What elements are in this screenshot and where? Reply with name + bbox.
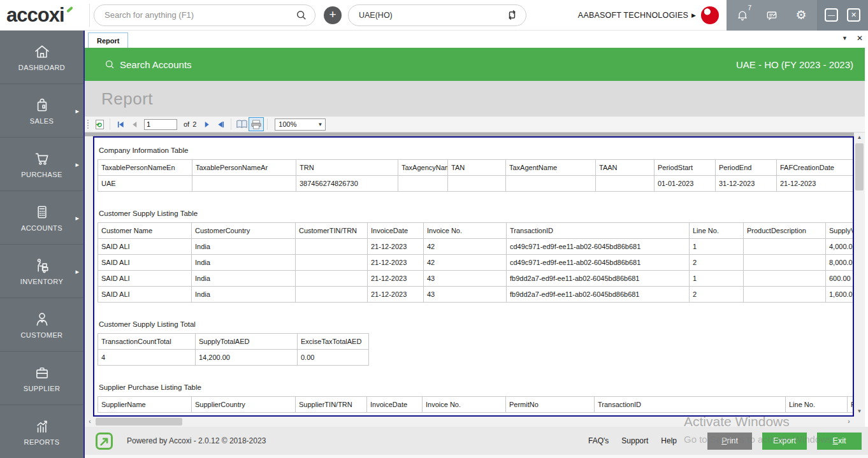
table-cell: 600.00 <box>826 271 855 287</box>
table-cell: 1 <box>690 239 744 255</box>
column-header: TRN <box>296 160 398 176</box>
column-header: ProductDescription <box>848 397 855 413</box>
horizontal-scrollbar[interactable]: ‹ › <box>85 417 854 427</box>
tab-close-icon[interactable]: ✕ <box>857 34 863 43</box>
page-number-input[interactable] <box>144 119 177 130</box>
notification-count-badge: 7 <box>748 4 751 11</box>
search-input[interactable] <box>105 10 296 20</box>
print-layout-icon[interactable] <box>249 117 264 131</box>
table-cell: 4,000.00 <box>826 239 855 255</box>
table-cell: UAE <box>98 176 192 192</box>
report-toolbar: ⟲ of 2 <box>85 117 865 132</box>
page-layout-icon[interactable] <box>235 118 249 131</box>
switch-company-icon[interactable] <box>506 9 518 21</box>
vertical-scrollbar[interactable]: ▲ ▼ <box>854 132 865 417</box>
sidebar-item-dashboard[interactable]: DASHBOARD <box>0 31 83 84</box>
notifications-bell-icon[interactable]: 7 <box>735 8 749 22</box>
column-header: Invoice No. <box>423 397 506 413</box>
horizontal-scroll-thumb[interactable] <box>96 418 182 426</box>
tab-report[interactable]: Report <box>88 32 128 48</box>
messages-icon[interactable] <box>765 8 779 22</box>
organization-name[interactable]: AABASOFT TECHNOLOGIES <box>578 11 688 20</box>
refresh-report-icon[interactable]: ⟲ <box>92 118 106 131</box>
table-row: 414,200.000.00 <box>98 350 369 366</box>
scroll-right-icon[interactable]: › <box>844 417 854 427</box>
first-page-icon[interactable] <box>113 118 127 131</box>
table-row: SAID ALIIndia21-12-202343fb9dd2a7-ed9f-e… <box>98 287 855 303</box>
global-search[interactable] <box>94 4 315 26</box>
inventory-trolley-icon <box>33 257 52 275</box>
sidebar-item-supplier[interactable]: SUPPLIER <box>0 352 83 405</box>
export-button[interactable]: Export <box>762 433 807 450</box>
table-cell: 4 <box>98 350 196 366</box>
table-cell: India <box>192 255 296 271</box>
report-section-title: Company Information Table <box>99 147 854 154</box>
table-cell <box>296 271 368 287</box>
table-cell: 8,000.00 <box>826 255 855 271</box>
column-header: TaxablePersonNameEn <box>98 160 192 176</box>
table-row: SAID ALIIndia21-12-202342cd49c971-ed9f-e… <box>98 255 855 271</box>
close-icon[interactable]: ✕ <box>847 8 860 22</box>
print-button[interactable]: Print <box>707 433 752 450</box>
search-accounts-button[interactable]: Search Accounts <box>105 59 192 70</box>
table-cell: SAID ALI <box>98 287 192 303</box>
column-header: PeriodEnd <box>716 160 777 176</box>
table-cell: 1 <box>690 271 744 287</box>
exit-button[interactable]: Exit <box>817 433 862 450</box>
column-header: TaxAgencyName <box>398 160 448 176</box>
bar-chart-icon <box>33 417 52 435</box>
footer-link-support[interactable]: Support <box>621 436 648 445</box>
zoom-select[interactable]: 100% ▼ <box>275 118 326 131</box>
table-cell: 387456274826730 <box>296 176 398 192</box>
calculator-icon <box>33 203 52 221</box>
cart-icon <box>33 150 52 168</box>
table-cell: 2 <box>690 287 744 303</box>
add-new-button[interactable]: + <box>324 6 342 24</box>
tab-list-dropdown-icon[interactable]: ▼ <box>842 35 848 41</box>
table-cell: 31-12-2023 <box>716 176 777 192</box>
scroll-left-icon[interactable]: ‹ <box>85 417 95 427</box>
column-header: TAAN <box>596 160 655 176</box>
vertical-scroll-thumb[interactable] <box>855 143 864 190</box>
last-page-icon[interactable] <box>213 118 228 131</box>
settings-gear-icon[interactable]: ⚙ <box>794 8 808 22</box>
column-header: TransactionID <box>507 223 690 239</box>
report-section-title: Customer Supply Listing Table <box>99 210 854 217</box>
next-page-icon[interactable] <box>199 118 213 131</box>
person-icon <box>33 310 52 328</box>
previous-page-icon[interactable] <box>127 118 141 131</box>
search-icon <box>296 10 307 21</box>
table-cell <box>448 176 506 192</box>
table-cell: 1,600.00 <box>826 287 855 303</box>
sidebar-item-customer[interactable]: CUSTOMER <box>0 298 83 352</box>
sidebar-item-accounts[interactable]: ACCOUNTS▸ <box>0 191 83 245</box>
scroll-down-icon[interactable]: ▼ <box>854 406 865 417</box>
footer-link-help[interactable]: Help <box>661 436 677 445</box>
user-avatar[interactable] <box>701 6 719 24</box>
sidebar-item-label: ACCOUNTS <box>21 224 62 232</box>
sidebar-item-sales[interactable]: SALES▸ <box>0 84 83 138</box>
column-header: CustomerCountry <box>192 223 296 239</box>
sidebar-item-label: REPORTS <box>24 438 60 446</box>
table-cell: India <box>192 271 296 287</box>
table-row: SAID ALIIndia21-12-202342cd49c971-ed9f-e… <box>98 239 855 255</box>
chevron-right-icon: ▸ <box>75 213 79 222</box>
column-header: CustomerTIN/TRN <box>296 223 368 239</box>
search-icon <box>105 59 115 70</box>
scroll-up-icon[interactable]: ▲ <box>854 132 865 143</box>
minimize-icon[interactable]: — <box>825 8 838 22</box>
column-header: InvoiceDate <box>367 397 423 413</box>
company-selector-value: UAE(HO) <box>359 11 506 20</box>
sidebar-item-label: PURCHASE <box>21 171 62 178</box>
sidebar-item-reports[interactable]: REPORTS <box>0 405 83 458</box>
sidebar-item-inventory[interactable]: INVENTORY▸ <box>0 245 83 298</box>
report-table: TransactionCountTotalSupplyTotalAEDExcis… <box>98 333 369 366</box>
sidebar-item-purchase[interactable]: PURCHASE▸ <box>0 138 83 191</box>
report-table: TaxablePersonNameEnTaxablePersonNameArTR… <box>98 159 854 192</box>
footer-link-faqs[interactable]: FAQ's <box>588 436 609 445</box>
column-header: TransactionCountTotal <box>98 334 196 350</box>
sidebar-item-label: SALES <box>30 117 54 125</box>
sidebar-nav: DASHBOARDSALES▸PURCHASE▸ACCOUNTS▸INVENTO… <box>0 31 83 458</box>
report-section-title: Supplier Purchase Listing Table <box>99 383 854 391</box>
company-selector[interactable]: UAE(HO) <box>348 4 526 26</box>
